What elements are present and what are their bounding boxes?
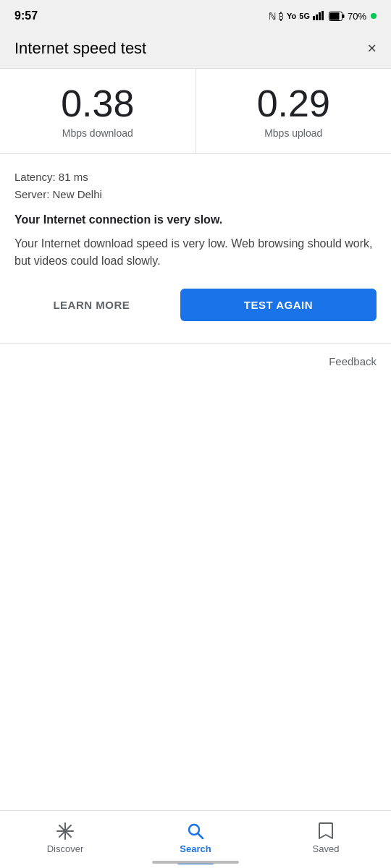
upload-cell: 0.29 Mbps upload xyxy=(196,69,392,153)
nfc-icon: ℕ xyxy=(269,11,276,22)
learn-more-button[interactable]: LEARN MORE xyxy=(14,289,169,321)
svg-rect-5 xyxy=(329,12,339,20)
info-section: Latency: 81 ms Server: New Delhi Your In… xyxy=(0,154,391,343)
server-info: Server: New Delhi xyxy=(14,186,377,203)
status-time: 9:57 xyxy=(14,9,38,22)
connection-meta: Latency: 81 ms Server: New Delhi xyxy=(14,169,377,203)
feedback-row: Feedback xyxy=(0,344,391,379)
svg-line-12 xyxy=(198,834,203,839)
network-label: Yo xyxy=(287,12,296,20)
svg-rect-1 xyxy=(316,14,318,20)
active-dot xyxy=(371,13,377,19)
saved-icon xyxy=(317,822,335,841)
svg-rect-2 xyxy=(319,12,321,20)
svg-rect-6 xyxy=(342,14,345,18)
bottom-nav: Discover Search Saved xyxy=(0,810,391,868)
download-cell: 0.38 Mbps download xyxy=(0,69,196,153)
bluetooth-icon: ₿ xyxy=(279,11,284,22)
battery-percent: 70% xyxy=(348,11,366,22)
bottom-handle xyxy=(152,861,239,864)
5g-label: 5G xyxy=(299,12,310,20)
svg-rect-0 xyxy=(313,16,315,20)
connection-headline: Your Internet connection is very slow. xyxy=(14,213,377,226)
close-button[interactable]: × xyxy=(367,41,377,56)
app-header: Internet speed test × xyxy=(0,29,391,69)
download-label: Mbps download xyxy=(12,127,184,139)
speed-results: 0.38 Mbps download 0.29 Mbps upload xyxy=(0,69,391,154)
upload-label: Mbps upload xyxy=(208,127,380,139)
search-label: Search xyxy=(180,843,211,854)
discover-icon xyxy=(56,822,75,841)
nav-item-saved[interactable]: Saved xyxy=(261,822,391,854)
action-row: LEARN MORE TEST AGAIN xyxy=(14,286,377,336)
latency-info: Latency: 81 ms xyxy=(14,169,377,186)
status-bar: 9:57 ℕ ₿ Yo 5G 70% xyxy=(0,0,391,29)
search-icon xyxy=(186,822,205,841)
svg-rect-3 xyxy=(321,11,324,20)
status-icons: ℕ ₿ Yo 5G 70% xyxy=(269,10,377,22)
download-value: 0.38 xyxy=(12,83,184,124)
nav-item-discover[interactable]: Discover xyxy=(0,822,130,854)
battery-icon xyxy=(329,12,345,21)
nav-item-search[interactable]: Search xyxy=(130,822,261,854)
content-space xyxy=(0,379,391,654)
saved-label: Saved xyxy=(313,843,340,854)
discover-label: Discover xyxy=(47,843,84,854)
upload-value: 0.29 xyxy=(208,83,380,124)
feedback-link[interactable]: Feedback xyxy=(329,355,377,367)
app-title: Internet speed test xyxy=(14,39,146,58)
signal-bars xyxy=(313,10,326,22)
connection-description: Your Internet download speed is very low… xyxy=(14,235,377,270)
test-again-button[interactable]: TEST AGAIN xyxy=(180,289,377,321)
